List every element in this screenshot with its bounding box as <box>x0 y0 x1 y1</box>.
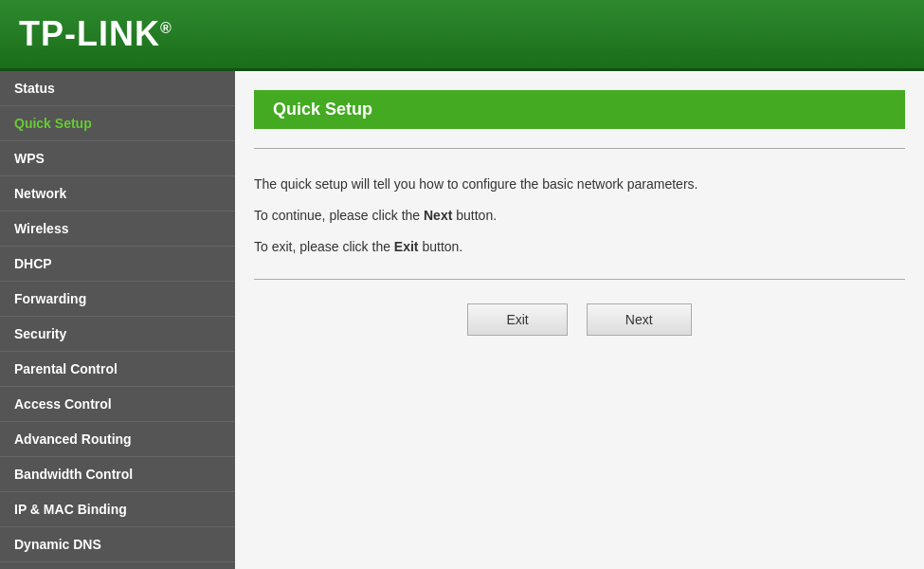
sidebar-item-status[interactable]: Status <box>0 71 235 106</box>
sidebar-item-quick-setup[interactable]: Quick Setup <box>0 106 235 141</box>
instruction-1: The quick setup will tell you how to con… <box>254 173 905 196</box>
instruction-3-prefix: To exit, please click the <box>254 239 394 254</box>
sidebar-item-network[interactable]: Network <box>0 176 235 211</box>
instruction-2-bold: Next <box>424 208 452 223</box>
sidebar-item-dynamic-dns[interactable]: Dynamic DNS <box>0 527 235 562</box>
sidebar-item-wireless[interactable]: Wireless <box>0 211 235 247</box>
instruction-2: To continue, please click the Next butto… <box>254 204 905 228</box>
instruction-3-bold: Exit <box>394 239 419 254</box>
header: TP-LINK® <box>0 0 924 71</box>
next-button[interactable]: Next <box>587 303 692 336</box>
logo-registered: ® <box>160 20 172 36</box>
divider-bottom <box>254 279 905 280</box>
content-body: The quick setup will tell you how to con… <box>235 129 924 355</box>
content-area: Quick Setup The quick setup will tell yo… <box>235 71 924 569</box>
instruction-2-prefix: To continue, please click the <box>254 208 424 223</box>
exit-button[interactable]: Exit <box>467 303 567 336</box>
instruction-3-suffix: button. <box>419 239 463 254</box>
sidebar-item-bandwidth-control[interactable]: Bandwidth Control <box>0 457 235 492</box>
sidebar: StatusQuick SetupWPSNetworkWirelessDHCPF… <box>0 71 235 569</box>
instruction-2-suffix: button. <box>452 208 497 223</box>
logo-brand: TP-LINK <box>19 14 160 53</box>
logo: TP-LINK® <box>19 14 172 54</box>
main-layout: StatusQuick SetupWPSNetworkWirelessDHCPF… <box>0 71 924 569</box>
instructions: The quick setup will tell you how to con… <box>254 173 905 260</box>
sidebar-item-access-control[interactable]: Access Control <box>0 387 235 422</box>
instruction-3: To exit, please click the Exit button. <box>254 235 905 259</box>
instruction-1-text: The quick setup will tell you how to con… <box>254 176 698 192</box>
sidebar-item-advanced-routing[interactable]: Advanced Routing <box>0 422 235 457</box>
page-title: Quick Setup <box>254 90 905 129</box>
divider-top <box>254 148 905 149</box>
sidebar-item-security[interactable]: Security <box>0 317 235 352</box>
sidebar-item-parental-control[interactable]: Parental Control <box>0 352 235 387</box>
sidebar-item-ip-mac-binding[interactable]: IP & MAC Binding <box>0 492 235 527</box>
sidebar-item-wps[interactable]: WPS <box>0 141 235 176</box>
sidebar-item-forwarding[interactable]: Forwarding <box>0 282 235 317</box>
button-row: Exit Next <box>254 303 905 336</box>
sidebar-item-dhcp[interactable]: DHCP <box>0 247 235 282</box>
